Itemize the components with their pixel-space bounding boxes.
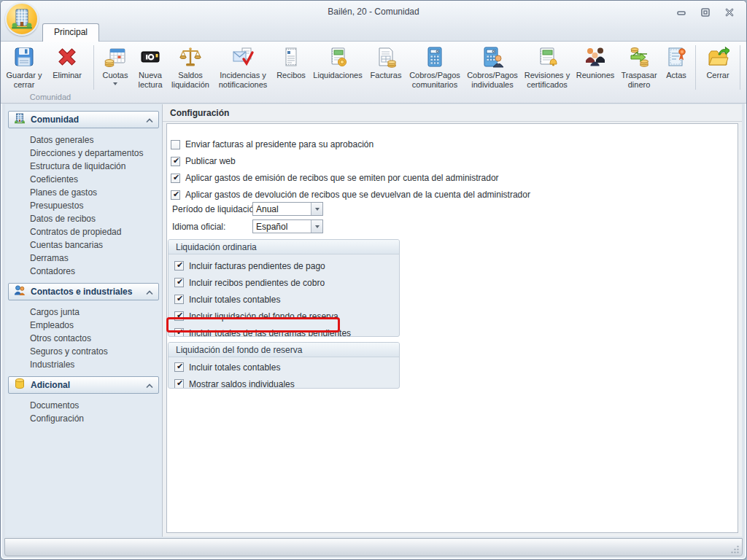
- building-icon: [14, 112, 26, 127]
- minimize-button[interactable]: [675, 6, 688, 19]
- ribbon-separator: [740, 45, 740, 90]
- sidebar-item-estructura[interactable]: Estructura de liquidación: [7, 160, 160, 173]
- sidebar-section-adicional[interactable]: Adicional: [8, 376, 159, 394]
- checkbox-icon: [174, 328, 184, 337]
- ribbon-separator: [93, 45, 94, 90]
- checkbox-icon: [171, 157, 180, 166]
- checkbox-icon: [174, 379, 184, 389]
- cerrar-button[interactable]: Cerrar: [700, 44, 735, 80]
- ribbon-separator: [695, 45, 696, 90]
- checkbox-gastos-devolucion[interactable]: Aplicar gastos de devolución de recibos …: [171, 189, 530, 201]
- checkbox-icon: [171, 140, 180, 149]
- sidebar-item-cargos-junta[interactable]: Cargos junta: [7, 306, 160, 319]
- recibos-button[interactable]: Recibos: [274, 44, 309, 80]
- title-bar: Bailén, 20 - Comunidad: [1, 1, 746, 41]
- cobros-pagos-individuales-button[interactable]: Cobros/Pagos individuales: [465, 44, 520, 90]
- liquidaciones-button[interactable]: Liquidaciones: [311, 44, 365, 80]
- incidencias-button[interactable]: Incidencias y notificaciones: [214, 44, 271, 90]
- traspasar-dinero-button[interactable]: Traspasar dinero: [619, 44, 659, 90]
- sidebar-item-seguros[interactable]: Seguros y contratos: [7, 345, 160, 358]
- sidebar-item-otros-contactos[interactable]: Otros contactos: [7, 332, 160, 345]
- money-transfer-icon: [627, 45, 651, 69]
- facturas-button[interactable]: Facturas: [367, 44, 405, 80]
- group-liquidacion-fondo-reserva: Liquidación del fondo de reserva Incluir…: [168, 342, 400, 389]
- chevron-up-icon: [146, 285, 153, 298]
- chevron-up-icon: [146, 113, 153, 126]
- invoice-coins-icon: [374, 45, 398, 69]
- periodo-liquidacion-select[interactable]: Anual: [252, 202, 323, 216]
- status-bar: [4, 538, 743, 556]
- sidebar-item-planes-gastos[interactable]: Planes de gastos: [7, 186, 160, 199]
- calculator-icon: [423, 45, 446, 69]
- open-folder-arrow-icon: [706, 45, 729, 69]
- sidebar-item-contadores[interactable]: Contadores: [7, 265, 160, 278]
- save-icon: [12, 45, 36, 69]
- close-button[interactable]: [723, 6, 736, 19]
- certificate-icon: [665, 45, 688, 69]
- sidebar-item-direcciones[interactable]: Direcciones y departamentos: [7, 147, 160, 160]
- mail-check-icon: [231, 45, 255, 69]
- eliminar-button[interactable]: Eliminar: [45, 44, 89, 80]
- checkbox-icon: [171, 190, 180, 200]
- settings-panel: Enviar facturas al presidente para su ap…: [166, 123, 738, 533]
- checkbox-icon: [171, 174, 180, 183]
- sidebar-item-coeficientes[interactable]: Coeficientes: [7, 173, 160, 186]
- calendar-coins-icon: [104, 45, 127, 69]
- meter-icon: [139, 45, 162, 69]
- checkbox-gastos-emision[interactable]: Aplicar gastos de emisión de recibos que…: [171, 172, 499, 184]
- checkbox-facturas-pendientes[interactable]: Incluir facturas pendientes de pago: [169, 257, 399, 274]
- checkbox-totales-derramas-pendientes[interactable]: Incluir totales de las derramas pendient…: [169, 324, 399, 337]
- app-logo-icon[interactable]: [5, 2, 39, 36]
- saldos-liquidacion-button[interactable]: Saldos liquidación: [169, 44, 212, 90]
- scales-icon: [179, 45, 202, 69]
- ribbon-group-label: Comunidad: [7, 93, 94, 101]
- checkbox-enviar-facturas[interactable]: Enviar facturas al presidente para su ap…: [171, 139, 374, 150]
- sidebar-item-configuracion[interactable]: Configuración: [7, 412, 160, 425]
- nueva-lectura-button[interactable]: Nueva lectura: [134, 44, 166, 90]
- delete-icon: [55, 45, 79, 69]
- chevron-down-icon[interactable]: [311, 220, 322, 233]
- cuotas-button[interactable]: Cuotas: [98, 44, 132, 85]
- content-area: Configuración Enviar facturas al preside…: [162, 104, 742, 537]
- chevron-down-icon[interactable]: [311, 203, 322, 215]
- sidebar-section-contactos[interactable]: Contactos e industriales: [8, 283, 159, 300]
- chevron-up-icon: [146, 378, 153, 392]
- database-icon: [14, 378, 26, 392]
- sidebar-item-cuentas[interactable]: Cuentas bancarias: [7, 238, 160, 252]
- tab-principal[interactable]: Principal: [42, 23, 99, 42]
- notebook-seal-icon: [326, 45, 349, 69]
- idioma-oficial-select[interactable]: Español: [252, 219, 323, 233]
- receipt-icon: [279, 45, 303, 69]
- checkbox-totales-contables[interactable]: Incluir totales contables: [169, 291, 399, 308]
- sidebar-item-datos-recibos[interactable]: Datos de recibos: [7, 212, 160, 225]
- sidebar-item-presupuestos[interactable]: Presupuestos: [7, 199, 160, 212]
- guardar-y-cerrar-button[interactable]: Guardar y cerrar: [5, 44, 43, 90]
- sidebar-item-industriales[interactable]: Industriales: [7, 358, 160, 371]
- sidebar-item-documentos[interactable]: Documentos: [7, 399, 160, 412]
- sidebar-item-contratos[interactable]: Contratos de propiedad: [7, 225, 160, 238]
- checkbox-icon: [174, 311, 184, 321]
- checkbox-incluir-totales-contables[interactable]: Incluir totales contables: [169, 359, 399, 376]
- checkbox-mostrar-saldos-individuales[interactable]: Mostrar saldos individuales: [169, 376, 399, 389]
- reuniones-button[interactable]: Reuniones: [574, 44, 616, 80]
- ribbon-button-label: Guardar y cerrar: [5, 71, 43, 90]
- checkbox-publicar-web[interactable]: Publicar web: [171, 155, 236, 167]
- app-window: Bailén, 20 - Comunidad Principal: [0, 0, 747, 560]
- checkbox-icon: [174, 295, 184, 304]
- sidebar-section-comunidad[interactable]: Comunidad: [8, 111, 159, 128]
- people-group-icon: [584, 45, 607, 69]
- two-people-icon: [14, 284, 26, 299]
- sidebar-item-derramas[interactable]: Derramas: [7, 252, 160, 265]
- checkbox-icon: [174, 261, 184, 271]
- checkbox-recibos-pendientes[interactable]: Incluir recibos pendientes de cobro: [169, 274, 399, 291]
- cobros-pagos-comunitarios-button[interactable]: Cobros/Pagos comunitarios: [407, 44, 462, 90]
- actas-button[interactable]: Actas: [662, 44, 691, 80]
- group-liquidacion-ordinaria: Liquidación ordinaria Incluir facturas p…: [168, 239, 400, 337]
- revisiones-button[interactable]: Revisiones y certificados: [522, 44, 572, 90]
- checkbox-liquidacion-fondo-reserva[interactable]: Incluir liquidación del fondo de reserva: [169, 308, 399, 324]
- sidebar: Comunidad Datos generales Direcciones y …: [5, 104, 162, 537]
- maximize-button[interactable]: [699, 6, 712, 19]
- sidebar-item-datos-generales[interactable]: Datos generales: [7, 133, 160, 147]
- sidebar-item-empleados[interactable]: Empleados: [7, 319, 160, 332]
- resize-grip-icon[interactable]: [730, 544, 740, 553]
